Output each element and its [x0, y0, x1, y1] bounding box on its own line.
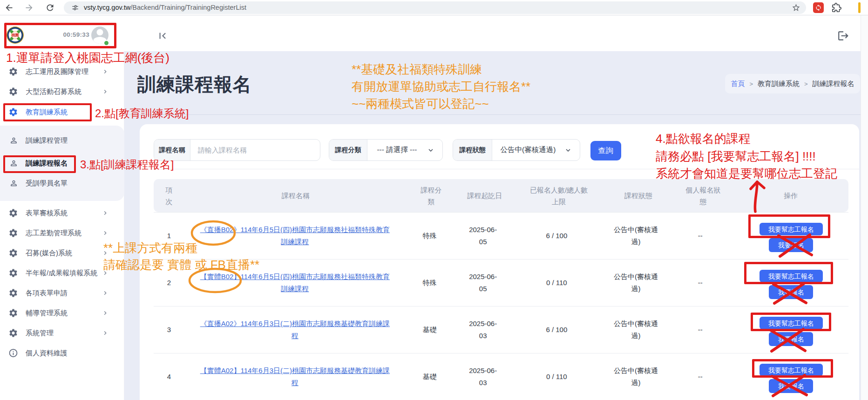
header-category: 課程分 類 — [407, 184, 455, 207]
breadcrumb: 首頁 > 教育訓練系統 > 訓練課程報名 — [725, 74, 860, 93]
row-category: 基礎 — [406, 371, 454, 383]
sidebar-item-form-apply[interactable]: 各項表單申請 — [0, 283, 124, 303]
gear-icon — [8, 107, 18, 117]
sidebar-item-attendance[interactable]: 志工差勤管理系統 — [0, 223, 124, 243]
row-count: 0 / 110 — [512, 371, 601, 383]
gear-icon — [8, 87, 18, 96]
sidebar-item-course-register[interactable]: 訓練課程報名 — [0, 153, 124, 173]
sidebar-item-volunteer-management[interactable]: 志工運用及團隊管理 — [0, 61, 124, 81]
browser-forward-icon[interactable] — [24, 3, 34, 13]
sidebar-item-guidance[interactable]: 輔導管理系統 — [0, 303, 124, 323]
row-status: 公告中(審核通 過) — [601, 271, 671, 295]
self-register-button[interactable]: 我要報名 — [769, 238, 813, 252]
row-personal-status: -- — [671, 230, 730, 242]
course-name-link[interactable]: 《直播B02》114年6月5日(四)桃園市志願服務社福類特殊教育 訓練課程 — [200, 226, 390, 246]
sidebar-header: 桃園 00:59:33 — [0, 15, 124, 51]
help-register-button[interactable]: 我要幫志工報名 — [760, 270, 823, 282]
scrollbar-track[interactable] — [861, 15, 868, 400]
sidebar-item-trainee-list[interactable]: 受訓學員名單 — [0, 173, 124, 193]
chevron-right-icon — [102, 249, 109, 257]
sidebar-item-label: 訓練課程報名 — [26, 159, 68, 168]
session-timer: 00:59:33 — [48, 31, 89, 38]
chevron-right-icon — [102, 88, 109, 95]
breadcrumb-home[interactable]: 首頁 — [731, 80, 745, 88]
course-name-link[interactable]: 《直播A02》114年6月3日(二)桃園市志願服務基礎教育訓練課 程 — [200, 320, 390, 340]
chevron-right-icon — [102, 68, 109, 75]
address-bar[interactable]: vsty.tycg.gov.tw/Backend/Training/Traini… — [64, 1, 806, 14]
sidebar-item-education-training[interactable]: 教育訓練系統 — [0, 102, 124, 122]
header-date: 課程起訖日 — [455, 190, 514, 201]
taoyuan-logo[interactable]: 桃園 — [6, 26, 24, 44]
header-count: 已報名人數/總人數 上限 — [514, 184, 604, 207]
header-no: 項 次 — [154, 184, 184, 207]
sidebar-item-label: 教育訓練系統 — [26, 107, 68, 116]
sidebar-item-form-review[interactable]: 表單審核系統 — [0, 203, 124, 223]
page-title: 訓練課程報名 — [137, 72, 252, 97]
row-actions: 我要幫志工報名 我要報名 — [733, 267, 848, 299]
row-actions: 我要幫志工報名 我要報名 — [733, 313, 848, 346]
table-row: 4 【實體A02】114年6月3日(二)桃園市志願服務基礎教育訓練課 程 基礎 … — [154, 353, 848, 400]
extension-red-icon[interactable] — [813, 2, 824, 13]
row-category: 基礎 — [406, 324, 454, 336]
row-date: 2025-06- 03 — [454, 365, 512, 389]
course-name-link[interactable]: 【實體A02】114年6月3日(二)桃園市志願服務基礎教育訓練課 程 — [200, 367, 390, 387]
breadcrumb-separator: > — [804, 80, 808, 87]
course-table: 項 次 課程名稱 課程分 類 課程起訖日 已報名人數/總人數 上限 課程狀態 個… — [154, 179, 848, 400]
sidebar-item-recruit-match[interactable]: 召募(媒合)系統 — [0, 243, 124, 263]
breadcrumb-level3: 訓練課程報名 — [813, 80, 854, 88]
help-register-button[interactable]: 我要幫志工報名 — [760, 364, 823, 376]
help-register-button[interactable]: 我要幫志工報名 — [760, 317, 823, 329]
logout-icon[interactable] — [837, 30, 849, 42]
self-register-button[interactable]: 我要報名 — [769, 285, 813, 299]
table-header-row: 項 次 課程名稱 課程分 類 課程起訖日 已報名人數/總人數 上限 課程狀態 個… — [154, 179, 848, 212]
online-status-dot — [103, 40, 109, 46]
chevron-right-icon — [102, 289, 109, 297]
sidebar-item-label: 召募(媒合)系統 — [26, 248, 72, 257]
sidebar-item-label: 表單審核系統 — [26, 208, 68, 217]
sidebar-item-label: 各項表單申請 — [26, 288, 68, 297]
filter-divider — [140, 169, 859, 169]
status-label: 課程狀態 — [453, 140, 492, 160]
sidebar-item-system-admin[interactable]: 系統管理 — [0, 323, 124, 343]
row-status: 公告中(審核通 過) — [601, 224, 671, 248]
sidebar-item-course-management[interactable]: 訓練課程管理 — [0, 131, 124, 150]
row-count: 6 / 100 — [512, 324, 601, 336]
header-status: 課程狀態 — [604, 190, 673, 201]
header-name: 課程名稱 — [184, 190, 407, 201]
bookmark-star-icon[interactable] — [792, 3, 800, 12]
course-link: 【實體B02】114年6月5日(四)桃園市志願服務社福類特殊教育 訓練課程 — [184, 271, 406, 295]
row-no: 3 — [154, 324, 184, 336]
sidebar-collapse-icon[interactable] — [156, 30, 169, 42]
extensions-puzzle-icon[interactable] — [832, 3, 841, 13]
self-register-button[interactable]: 我要報名 — [769, 379, 813, 393]
status-select[interactable]: 公告中(審核通過) — [492, 140, 580, 160]
help-register-button[interactable]: 我要幫志工報名 — [760, 223, 823, 235]
row-count: 0 / 110 — [512, 277, 601, 289]
browser-back-icon[interactable] — [4, 3, 14, 13]
sidebar-item-label: 訓練課程管理 — [26, 136, 68, 145]
browser-reload-icon[interactable] — [45, 3, 55, 13]
header-personal: 個人報名狀 態 — [673, 184, 733, 207]
self-register-button[interactable]: 我要報名 — [769, 332, 813, 346]
sidebar-item-semiannual-report[interactable]: 半年報/成果報填報系統 — [0, 263, 124, 283]
sidebar-item-event-recruit[interactable]: 大型活動召募系統 — [0, 81, 124, 101]
gear-icon — [8, 208, 18, 218]
sidebar-item-profile[interactable]: 個人資料維護 — [0, 343, 124, 363]
chevron-down-icon — [564, 146, 580, 154]
site-settings-icon[interactable] — [71, 4, 79, 12]
row-actions: 我要幫志工報名 我要報名 — [733, 360, 848, 393]
course-name-link[interactable]: 【實體B02】114年6月5日(四)桃園市志願服務社福類特殊教育 訓練課程 — [200, 273, 390, 293]
search-button[interactable]: 查詢 — [590, 141, 621, 160]
gear-icon — [8, 308, 18, 318]
profile-avatar-edge[interactable] — [858, 2, 861, 13]
row-category: 特殊 — [406, 230, 454, 242]
course-name-input[interactable] — [190, 140, 320, 160]
row-status: 公告中(審核通 過) — [601, 365, 671, 389]
header-actions: 操作 — [733, 190, 848, 201]
chevron-right-icon — [102, 329, 109, 337]
gear-icon — [8, 248, 18, 258]
chevron-down-icon — [427, 146, 442, 154]
sidebar-item-label: 志工差勤管理系統 — [26, 228, 81, 237]
category-select[interactable]: --- 請選擇 --- — [367, 140, 442, 160]
browser-toolbar: vsty.tycg.gov.tw/Backend/Training/Traini… — [0, 0, 868, 15]
